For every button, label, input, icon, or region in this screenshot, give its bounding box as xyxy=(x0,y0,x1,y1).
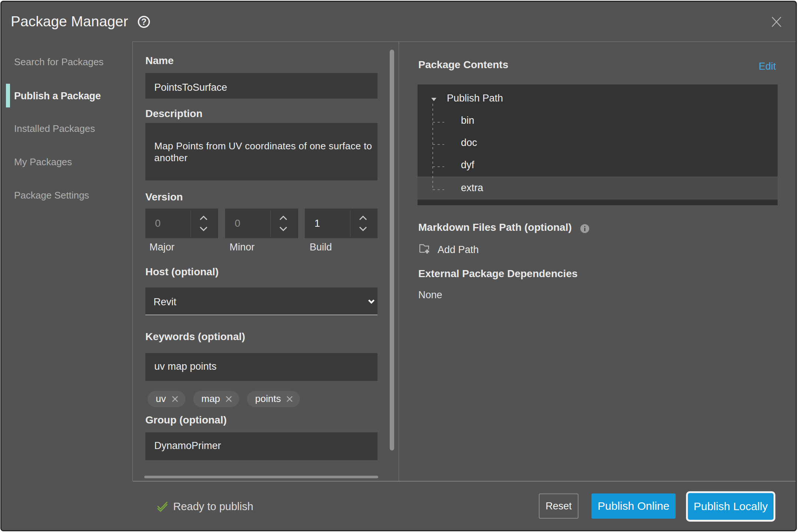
svg-text:?: ? xyxy=(141,17,146,27)
